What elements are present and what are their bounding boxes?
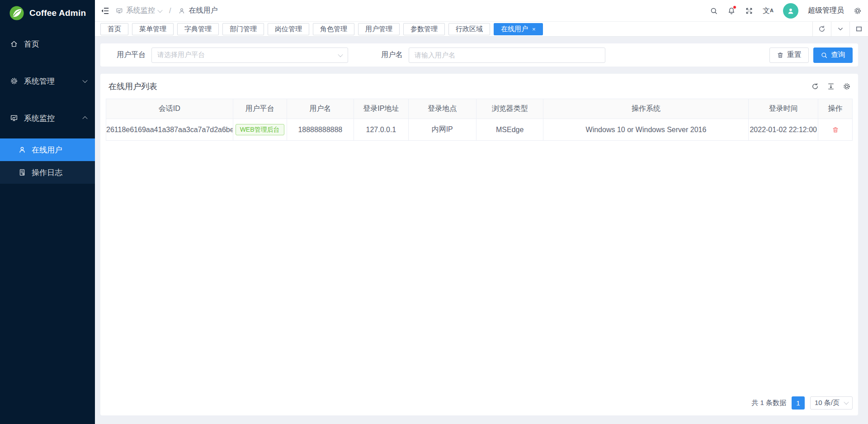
chevron-down-icon[interactable] [831, 22, 849, 36]
tab-bar-tools [812, 22, 868, 36]
bell-icon[interactable] [727, 7, 736, 15]
filter-card: 用户平台 请选择用户平台 用户名 重置 查询 [100, 43, 858, 67]
sidebar-item-online-users[interactable]: 在线用户 [0, 138, 95, 161]
col-session-id: 会话ID [106, 99, 233, 119]
log-icon [18, 168, 26, 176]
tab-user-management[interactable]: 用户管理 [358, 23, 400, 35]
leaf-icon [9, 5, 24, 21]
sidebar-item-label: 操作日志 [32, 167, 62, 178]
trash-icon [832, 126, 839, 133]
chevron-down-icon [82, 78, 87, 83]
col-actions: 操作 [818, 99, 853, 119]
page-content: 用户平台 请选择用户平台 用户名 重置 查询 [95, 37, 868, 424]
table-header-row: 会话ID 用户平台 用户名 登录IP地址 登录地点 浏览器类型 操作系统 登录时… [106, 99, 853, 119]
col-username: 用户名 [287, 99, 354, 119]
fullscreen-icon[interactable] [745, 7, 753, 15]
collapse-menu-icon[interactable] [100, 6, 109, 15]
monitor-icon [116, 7, 123, 14]
tab-role-management[interactable]: 角色管理 [313, 23, 354, 35]
breadcrumb-item-online-users: 在线用户 [178, 6, 217, 15]
tab-online-users[interactable]: 在线用户 × [494, 23, 543, 35]
top-bar-left: 系统监控 / 在线用户 [100, 6, 217, 15]
tab-dict-management[interactable]: 字典管理 [177, 23, 219, 35]
sidebar-item-label: 系统管理 [24, 76, 55, 86]
notification-dot [733, 5, 736, 9]
chevron-down-icon [338, 52, 343, 57]
username-label: 用户名 [381, 50, 403, 60]
cell-location: 内网IP [408, 119, 476, 141]
platform-select-placeholder: 请选择用户平台 [157, 51, 339, 59]
user-name[interactable]: 超级管理员 [808, 6, 844, 15]
tab-post-management[interactable]: 岗位管理 [268, 23, 309, 35]
tab-menu-management[interactable]: 菜单管理 [132, 23, 174, 35]
pagination-total: 共 1 条数据 [751, 399, 786, 407]
online-users-card: 在线用户列表 会话I [100, 74, 858, 415]
col-ip: 登录IP地址 [354, 99, 409, 119]
gear-icon[interactable] [854, 7, 862, 15]
sidebar-menu: 首页 系统管理 系统监控 在线用户 操 [0, 29, 95, 184]
user-icon [18, 146, 26, 154]
chevron-up-icon [82, 116, 87, 121]
page-size-value: 10 条/页 [815, 399, 840, 407]
cell-login-time: 2022-01-02 22:12:00 [749, 119, 818, 141]
chevron-down-icon [157, 7, 162, 12]
home-icon [10, 40, 18, 48]
username-input[interactable] [409, 48, 605, 63]
trash-icon [777, 52, 784, 59]
cell-username: 18888888888 [287, 119, 354, 141]
row-height-icon[interactable] [827, 82, 835, 91]
cell-os: Windows 10 or Windows Server 2016 [543, 119, 749, 141]
user-icon [178, 7, 185, 14]
delete-session-button[interactable] [832, 126, 839, 133]
search-button[interactable]: 查询 [813, 48, 853, 63]
tab-admin-region[interactable]: 行政区域 [448, 23, 490, 35]
online-users-table: 会话ID 用户平台 用户名 登录IP地址 登录地点 浏览器类型 操作系统 登录时… [106, 99, 853, 141]
translate-icon[interactable]: 文A [763, 7, 774, 14]
col-login-time: 登录时间 [749, 99, 818, 119]
gear-icon[interactable] [843, 82, 851, 91]
sidebar-submenu: 在线用户 操作日志 [0, 138, 95, 184]
tab-home[interactable]: 首页 [100, 23, 128, 35]
main-area: 系统监控 / 在线用户 文A 超级管理员 [95, 0, 868, 424]
logo[interactable]: Coffee Admin [0, 0, 95, 26]
sidebar-item-label: 在线用户 [32, 145, 62, 155]
app-root: Coffee Admin 首页 系统管理 系统监控 [0, 0, 868, 424]
sidebar: Coffee Admin 首页 系统管理 系统监控 [0, 0, 95, 424]
card-tools [811, 82, 851, 91]
page-button-1[interactable]: 1 [792, 396, 805, 410]
reset-button[interactable]: 重置 [769, 48, 809, 63]
cell-actions [818, 119, 853, 141]
page-size-select[interactable]: 10 条/页 [810, 396, 853, 410]
platform-label: 用户平台 [117, 50, 146, 60]
breadcrumb-label: 系统监控 [126, 6, 155, 15]
breadcrumb-separator: / [168, 7, 172, 15]
cell-ip: 127.0.0.1 [354, 119, 409, 141]
col-os: 操作系统 [543, 99, 749, 119]
tab-dept-management[interactable]: 部门管理 [222, 23, 264, 35]
avatar-person-icon [786, 6, 795, 15]
tab-param-management[interactable]: 参数管理 [403, 23, 445, 35]
card-header: 在线用户列表 [100, 74, 858, 99]
sidebar-item-home[interactable]: 首页 [0, 33, 95, 55]
sidebar-item-system-monitor[interactable]: 系统监控 [0, 107, 95, 129]
sidebar-item-system-management[interactable]: 系统管理 [0, 70, 95, 92]
app-title: Coffee Admin [29, 8, 86, 18]
breadcrumb-label: 在线用户 [189, 6, 217, 15]
sidebar-item-operation-logs[interactable]: 操作日志 [0, 161, 95, 184]
pagination: 共 1 条数据 1 10 条/页 [100, 396, 858, 415]
table-empty-space [100, 141, 858, 396]
refresh-icon[interactable] [812, 22, 831, 36]
search-icon[interactable] [710, 7, 718, 15]
gear-icon [10, 77, 18, 85]
close-icon[interactable]: × [532, 26, 536, 32]
col-location: 登录地点 [408, 99, 476, 119]
tab-label: 在线用户 [501, 25, 528, 33]
breadcrumb-item-system-monitor[interactable]: 系统监控 [116, 6, 162, 15]
avatar[interactable] [783, 3, 798, 19]
refresh-icon[interactable] [811, 82, 819, 91]
search-icon [821, 52, 828, 59]
card-title: 在线用户列表 [108, 81, 157, 92]
sidebar-item-label: 系统监控 [24, 113, 55, 124]
platform-select[interactable]: 请选择用户平台 [151, 48, 348, 63]
maximize-icon[interactable] [849, 22, 868, 36]
